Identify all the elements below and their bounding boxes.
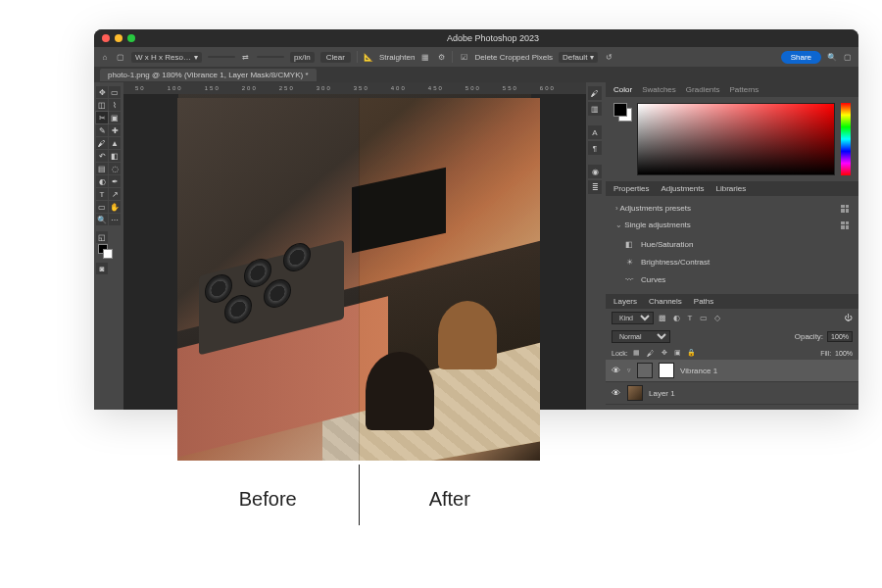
opacity-label: Opacity:	[795, 332, 823, 341]
layer-kind-filter[interactable]: Kind	[612, 312, 654, 324]
lock-position-icon[interactable]: ✥	[660, 348, 669, 358]
lasso-tool[interactable]: ⌇	[109, 99, 121, 111]
move-tool[interactable]: ✥	[96, 86, 108, 98]
eyedropper-tool[interactable]: ✎	[96, 124, 108, 136]
fill-input[interactable]: 100%	[835, 350, 853, 357]
heal-tool[interactable]: ✚	[109, 124, 121, 136]
gradient-tool[interactable]: ▤	[96, 163, 108, 174]
layer-row[interactable]: 👁 ▿ Vibrance 1	[606, 360, 858, 382]
fg-swatch[interactable]	[613, 103, 627, 117]
edit-toolbar[interactable]: ⋯	[109, 214, 121, 225]
artboard-tool[interactable]: ▭	[109, 86, 121, 98]
crop-tool[interactable]: ✂	[96, 112, 108, 123]
grid-icon[interactable]	[841, 221, 849, 229]
minimize-icon[interactable]	[115, 34, 122, 42]
ruler-tick: 150	[205, 85, 220, 91]
visibility-toggle[interactable]: 👁	[612, 366, 621, 375]
tab-properties[interactable]: Properties	[613, 184, 649, 193]
adjustment-hue-saturation[interactable]: ◧ Hue/Saturation	[606, 235, 858, 253]
blur-tool[interactable]: ◌	[109, 163, 121, 174]
filter-smart-icon[interactable]: ◇	[712, 314, 722, 323]
hand-tool[interactable]: ✋	[109, 201, 121, 213]
background-color[interactable]	[103, 249, 113, 259]
color-field[interactable]	[637, 103, 835, 175]
curves-icon: 〰	[623, 273, 635, 285]
filter-type-icon[interactable]: T	[685, 314, 695, 323]
blend-mode-dropdown[interactable]: Normal	[612, 330, 670, 343]
shape-tool[interactable]: ▭	[96, 201, 108, 213]
close-icon[interactable]	[102, 34, 110, 42]
visibility-toggle[interactable]: 👁	[612, 388, 621, 398]
lock-artboard-icon[interactable]: ▣	[673, 348, 683, 358]
frame-tool[interactable]: ▣	[109, 112, 121, 123]
search-icon[interactable]: 🔍	[827, 52, 837, 62]
adjustment-brightness-contrast[interactable]: ☀ Brightness/Contrast	[606, 253, 858, 270]
hue-slider[interactable]	[841, 103, 851, 175]
opacity-input[interactable]: 100%	[827, 331, 853, 342]
workspace-icon[interactable]: ▢	[843, 52, 853, 62]
adjustments-presets-row[interactable]: › Adjustments presets	[606, 200, 858, 217]
brush-tool[interactable]: 🖌	[96, 137, 108, 149]
history-brush-tool[interactable]: ↶	[96, 150, 108, 162]
filter-pixel-icon[interactable]: ▩	[658, 314, 667, 323]
layers-filter-row: Kind ▩ ◐ T ▭ ◇ ⏻	[606, 309, 858, 327]
zoom-tool[interactable]: 🔍	[96, 214, 108, 225]
marquee-tool[interactable]: ◫	[96, 99, 108, 111]
swap-icon[interactable]: ⇄	[241, 52, 251, 62]
filter-adjust-icon[interactable]: ◐	[671, 314, 681, 323]
lock-pixels-icon[interactable]: 🖌	[646, 348, 656, 358]
window-controls	[102, 34, 135, 42]
tab-libraries[interactable]: Libraries	[716, 184, 747, 193]
glyphs-panel-icon[interactable]: ◉	[588, 165, 602, 178]
content-aware-dropdown[interactable]: Default ▾	[559, 52, 598, 63]
stamp-tool[interactable]: ▲	[109, 137, 121, 149]
unit-dropdown[interactable]: px/in	[290, 52, 315, 63]
lock-all-icon[interactable]: 🔒	[687, 348, 697, 358]
type-tool[interactable]: T	[96, 188, 108, 200]
tab-color[interactable]: Color	[613, 85, 632, 94]
filter-shape-icon[interactable]: ▭	[699, 314, 709, 323]
width-input[interactable]	[208, 56, 235, 58]
paragraph-panel-icon[interactable]: ¶	[588, 141, 602, 155]
tab-swatches[interactable]: Swatches	[642, 85, 676, 94]
crop-icon[interactable]: ▢	[116, 52, 125, 62]
color-swatches[interactable]	[613, 103, 631, 121]
reset-icon[interactable]: ↺	[604, 52, 613, 62]
history-panel-icon[interactable]: ≣	[588, 180, 602, 194]
default-colors-icon[interactable]: ◱	[96, 231, 108, 243]
adjustment-curves[interactable]: 〰 Curves	[606, 270, 858, 288]
zoom-icon[interactable]	[127, 34, 135, 42]
eraser-tool[interactable]: ◧	[109, 150, 121, 162]
gear-icon[interactable]: ⚙	[436, 52, 446, 62]
tab-adjustments[interactable]: Adjustments	[661, 184, 704, 193]
overlay-icon[interactable]: ▦	[420, 52, 430, 62]
pen-tool[interactable]: ✒	[109, 175, 121, 187]
content-aware-label: Default	[563, 53, 587, 62]
tab-patterns[interactable]: Patterns	[730, 85, 760, 94]
tab-paths[interactable]: Paths	[694, 297, 713, 306]
path-tool[interactable]: ↗	[109, 188, 121, 200]
dodge-tool[interactable]: ◐	[96, 175, 108, 187]
preset-dropdown[interactable]: W x H x Reso… ▾	[131, 52, 202, 63]
checkbox-icon[interactable]: ☑	[459, 52, 468, 62]
filter-toggle-icon[interactable]: ⏻	[843, 314, 853, 323]
lock-transparent-icon[interactable]: ▦	[632, 348, 642, 358]
home-icon[interactable]: ⌂	[100, 52, 110, 62]
clone-panel-icon[interactable]: ▥	[588, 102, 602, 116]
brushes-panel-icon[interactable]: 🖌	[588, 86, 602, 100]
ruler-tick: 100	[168, 85, 183, 91]
clear-button[interactable]: Clear	[320, 52, 351, 63]
character-panel-icon[interactable]: A	[588, 125, 602, 139]
tab-gradients[interactable]: Gradients	[686, 85, 720, 94]
single-adjustments-row[interactable]: ⌄ Single adjustments	[606, 217, 858, 233]
layer-row[interactable]: 👁 Layer 1	[606, 382, 858, 405]
document-tab[interactable]: photo-1.png @ 180% (Vibrance 1, Layer Ma…	[100, 69, 317, 81]
tab-layers[interactable]: Layers	[613, 297, 637, 306]
quickmask-tool[interactable]: ◙	[96, 263, 108, 274]
straighten-icon[interactable]: 📐	[364, 52, 373, 62]
grid-icon[interactable]	[841, 205, 849, 213]
height-input[interactable]	[257, 56, 284, 58]
share-button[interactable]: Share	[781, 51, 821, 64]
tab-channels[interactable]: Channels	[649, 297, 682, 306]
ruler-tick: 50	[135, 85, 146, 91]
